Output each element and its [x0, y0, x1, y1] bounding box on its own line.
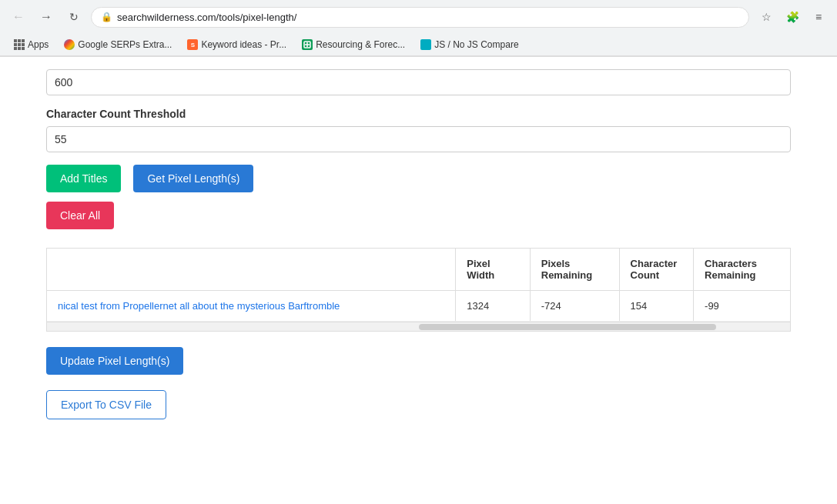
table-row: nical test from Propellernet all about t… [47, 291, 790, 322]
bookmark-google-serps-label: Google SERPs Extra... [78, 39, 172, 50]
col-header-pixels-remaining: Pixels Remaining [530, 249, 619, 291]
col-header-chars-remaining: Characters Remaining [694, 249, 790, 291]
char-count-input[interactable] [46, 126, 791, 152]
forward-button[interactable]: → [35, 6, 57, 28]
extensions-button[interactable]: 🧩 [782, 6, 803, 28]
bottom-buttons: Update Pixel Length(s) [46, 347, 791, 375]
svg-rect-1 [18, 39, 21, 42]
menu-button[interactable]: ≡ [808, 6, 829, 28]
update-pixel-length-button[interactable]: Update Pixel Length(s) [46, 347, 183, 375]
export-csv-button[interactable]: Export To CSV File [46, 390, 166, 419]
bookmark-keyword-ideas[interactable]: S Keyword ideas - Pr... [181, 37, 293, 52]
bookmark-keyword-ideas-label: Keyword ideas - Pr... [201, 39, 286, 50]
page-content: Character Count Threshold Add Titles Get… [0, 57, 837, 432]
svg-rect-7 [18, 47, 21, 50]
resourcing-icon [302, 39, 313, 50]
scrollbar-thumb[interactable] [419, 324, 716, 330]
results-table-wrapper: Pixel Width Pixels Remaining Character C… [46, 248, 791, 332]
svg-rect-4 [18, 43, 21, 46]
get-pixel-length-button[interactable]: Get Pixel Length(s) [133, 165, 253, 192]
buttons-row-2: Clear All [46, 202, 791, 229]
browser-chrome: ← → ↻ 🔒 searchwilderness.com/tools/pixel… [0, 0, 837, 57]
pixel-width-input[interactable] [46, 69, 791, 95]
svg-rect-5 [22, 43, 25, 46]
bookmark-js-compare-label: JS / No JS Compare [434, 39, 518, 50]
cell-char-count: 154 [619, 291, 694, 322]
bookmark-google-serps[interactable]: Google SERPs Extra... [58, 37, 178, 52]
svg-rect-2 [22, 39, 25, 42]
star-button[interactable]: ☆ [755, 6, 777, 28]
lock-icon: 🔒 [101, 12, 112, 22]
cell-pixel-width: 1324 [456, 291, 531, 322]
svg-rect-0 [14, 39, 17, 42]
export-section: Export To CSV File [46, 390, 791, 419]
address-bar[interactable]: 🔒 searchwilderness.com/tools/pixel-lengt… [91, 7, 749, 28]
results-table: Pixel Width Pixels Remaining Character C… [47, 249, 790, 322]
col-header-title [47, 249, 456, 291]
bookmarks-bar: Apps Google SERPs Extra... S Keyword ide… [0, 34, 837, 56]
horizontal-scrollbar[interactable] [47, 322, 790, 331]
back-button[interactable]: ← [8, 6, 29, 28]
browser-toolbar: ← → ↻ 🔒 searchwilderness.com/tools/pixel… [0, 0, 837, 34]
add-titles-button[interactable]: Add Titles [46, 165, 121, 192]
keyword-ideas-icon: S [187, 39, 198, 50]
bookmark-apps-label: Apps [28, 39, 49, 50]
buttons-row-1: Add Titles Get Pixel Length(s) [46, 165, 791, 192]
clear-all-button[interactable]: Clear All [46, 202, 114, 229]
reload-button[interactable]: ↻ [63, 6, 85, 28]
char-count-label: Character Count Threshold [46, 108, 791, 120]
bookmark-resourcing-label: Resourcing & Forec... [316, 39, 405, 50]
browser-action-buttons: ☆ 🧩 ≡ [755, 6, 829, 28]
bookmark-apps[interactable]: Apps [8, 37, 55, 52]
cell-chars-remaining: -99 [694, 291, 790, 322]
cell-pixels-remaining: -724 [530, 291, 619, 322]
js-compare-icon [420, 39, 431, 50]
google-serps-icon [64, 39, 75, 50]
svg-rect-6 [14, 47, 17, 50]
col-header-char-count: Character Count [619, 249, 694, 291]
cell-title[interactable]: nical test from Propellernet all about t… [47, 291, 456, 322]
svg-rect-8 [22, 47, 25, 50]
svg-rect-3 [14, 43, 17, 46]
bookmark-resourcing[interactable]: Resourcing & Forec... [296, 37, 411, 52]
apps-grid-icon [14, 39, 25, 50]
table-header-row: Pixel Width Pixels Remaining Character C… [47, 249, 790, 291]
col-header-pixel-width: Pixel Width [456, 249, 531, 291]
url-text: searchwilderness.com/tools/pixel-length/ [117, 12, 739, 23]
bookmark-js-compare[interactable]: JS / No JS Compare [414, 37, 524, 52]
